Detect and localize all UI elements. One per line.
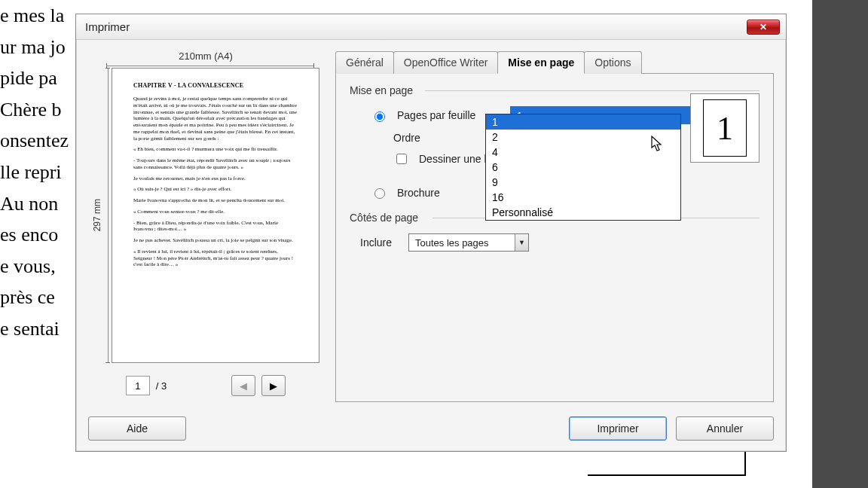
- include-combo[interactable]: Toutes les pages ▼: [408, 233, 529, 252]
- tab-options[interactable]: Options: [584, 51, 641, 74]
- tabs: Général OpenOffice Writer Mise en page O…: [335, 51, 774, 74]
- page-number-input[interactable]: [126, 376, 150, 395]
- tab-mise-en-page[interactable]: Mise en page: [497, 51, 585, 74]
- dropdown-option[interactable]: 16: [486, 190, 680, 205]
- order-label: Ordre: [393, 132, 483, 144]
- preview-ruler-horizontal: [106, 63, 314, 68]
- radio-pages-per-sheet[interactable]: [374, 111, 385, 122]
- radio-brochure[interactable]: [374, 188, 385, 199]
- page-total-label: / 3: [156, 380, 167, 392]
- tab-panel-layout: Mise en page Pages par feuille 1 ▼ Ordre: [335, 73, 774, 402]
- dialog-button-bar: Aide Imprimer Annuler: [76, 408, 786, 451]
- preview-width-label: 210mm (A4): [179, 50, 233, 62]
- brochure-label: Brochure: [397, 187, 440, 199]
- print-preview-column: 210mm (A4) 297 mm CHAPITRE V - LA CONVAL…: [88, 50, 323, 402]
- dropdown-option[interactable]: 6: [486, 160, 680, 175]
- tab-general[interactable]: Général: [335, 51, 394, 74]
- chevron-down-icon[interactable]: ▼: [515, 234, 528, 251]
- dialog-title: Imprimer: [85, 20, 130, 33]
- print-button[interactable]: Imprimer: [569, 416, 667, 441]
- dialog-titlebar[interactable]: Imprimer ✕: [76, 14, 786, 40]
- pages-per-sheet-dropdown[interactable]: 1 2 4 6 9 16 Personnalisé: [485, 114, 681, 221]
- include-label: Inclure: [360, 236, 401, 249]
- close-icon: ✕: [760, 22, 767, 32]
- help-button[interactable]: Aide: [88, 416, 186, 441]
- draw-border-checkbox[interactable]: [396, 154, 407, 164]
- preview-height-label: 297 mm: [92, 199, 102, 231]
- dropdown-option[interactable]: 4: [486, 145, 680, 160]
- preview-chapter-title: CHAPITRE V - LA CONVALESCENCE: [133, 82, 298, 90]
- include-value: Toutes les pages: [409, 234, 515, 251]
- thumbnail-number: 1: [703, 99, 747, 157]
- dropdown-option[interactable]: Personnalisé: [486, 205, 680, 220]
- cancel-button[interactable]: Annuler: [676, 416, 774, 441]
- pages-per-sheet-thumbnail: 1: [690, 93, 760, 163]
- dropdown-option[interactable]: 2: [486, 130, 680, 145]
- preview-page: CHAPITRE V - LA CONVALESCENCE Quand je r…: [112, 68, 319, 363]
- triangle-left-icon: ◀: [240, 380, 247, 392]
- tab-openoffice-writer[interactable]: OpenOffice Writer: [393, 51, 499, 74]
- dropdown-option[interactable]: 9: [486, 175, 680, 190]
- next-page-button[interactable]: ▶: [261, 375, 286, 396]
- close-button[interactable]: ✕: [747, 20, 780, 35]
- dropdown-option[interactable]: 1: [486, 114, 680, 130]
- print-dialog: Imprimer ✕ 210mm (A4) 297 mm CHAPITRE V …: [75, 14, 787, 452]
- prev-page-button[interactable]: ◀: [231, 375, 255, 396]
- triangle-right-icon: ▶: [270, 380, 277, 392]
- preview-ruler-vertical: [105, 68, 110, 363]
- preview-pager: / 3 ◀ ▶: [126, 375, 286, 396]
- letterbox-right: [812, 0, 868, 488]
